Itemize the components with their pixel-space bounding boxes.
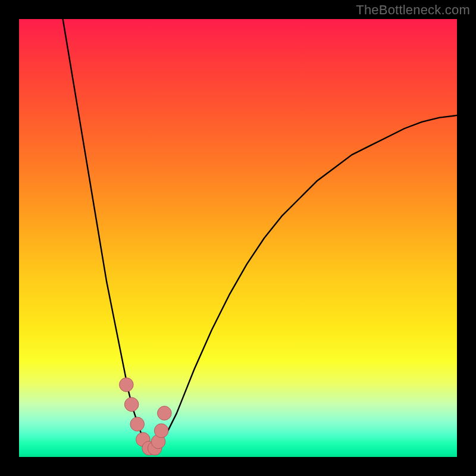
watermark-text: TheBottleneck.com: [356, 2, 470, 18]
chart-frame: TheBottleneck.com: [0, 0, 476, 476]
plot-area: [19, 19, 457, 457]
marker-dot: [130, 417, 145, 431]
bottleneck-curve-svg: [19, 19, 457, 457]
marker-dot: [158, 406, 172, 421]
marker-dot: [120, 378, 134, 392]
highlighted-range-markers: [120, 378, 172, 455]
marker-dot: [154, 424, 168, 438]
marker-dot: [124, 397, 139, 412]
